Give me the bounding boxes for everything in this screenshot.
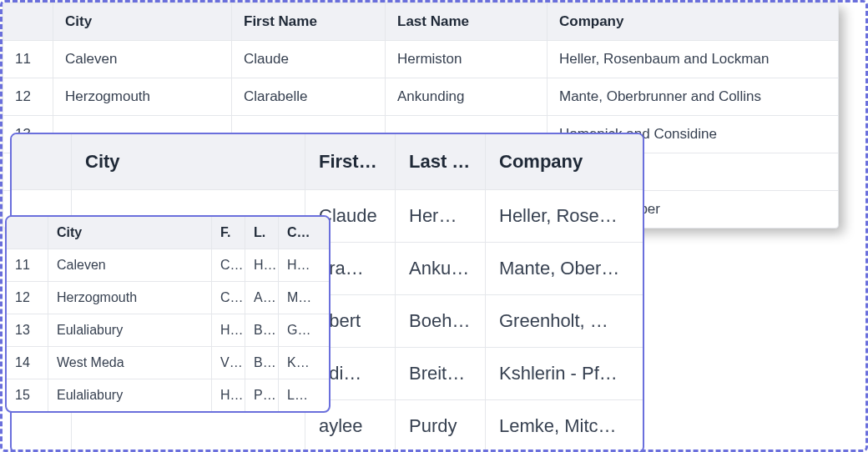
cell-last-name: Hermiston bbox=[386, 41, 548, 78]
cell-row-index: 12 bbox=[3, 78, 53, 115]
cell-first-name: C… bbox=[212, 282, 245, 314]
cell-last-name: H… bbox=[245, 249, 279, 281]
column-header-first-name[interactable]: First Name bbox=[232, 3, 386, 40]
column-header-city[interactable]: City bbox=[48, 217, 212, 249]
cell-last-name: B… bbox=[245, 347, 279, 379]
data-grid-small: City F. L. C… 11 Caleven C… H… H… 12 Her… bbox=[5, 215, 331, 413]
table-row[interactable]: 13 Eulaliabury H… B… G… bbox=[7, 314, 329, 347]
cell-company: Mante, Ober… bbox=[486, 243, 643, 294]
column-header-first-name[interactable]: First … bbox=[305, 134, 396, 189]
column-header-last-name[interactable]: Last Name bbox=[386, 3, 548, 40]
cell-last-name: Breit… bbox=[396, 348, 486, 399]
cell-last-name: Her… bbox=[396, 190, 486, 242]
column-header-company[interactable]: Company bbox=[548, 3, 838, 40]
table-row[interactable]: 12 Herzogmouth Clarabelle Ankunding Mant… bbox=[3, 78, 838, 116]
column-header-first-name[interactable]: F. bbox=[212, 217, 245, 249]
column-header-index[interactable] bbox=[12, 134, 72, 189]
column-header-index[interactable] bbox=[3, 3, 53, 40]
cell-company: Kshlerin - Pf… bbox=[486, 348, 643, 399]
table-header-row: City First … Last … Company bbox=[12, 134, 643, 190]
column-header-index[interactable] bbox=[7, 217, 48, 249]
cell-last-name: B… bbox=[245, 314, 279, 346]
cell-city: Caleven bbox=[53, 41, 232, 78]
table-row[interactable]: 14 West Meda V… B… K… bbox=[7, 347, 329, 379]
cell-last-name: Ankunding bbox=[386, 78, 548, 115]
cell-first-name: Clarabelle bbox=[232, 78, 386, 115]
cell-row-index: 15 bbox=[7, 379, 48, 411]
cell-company: L… bbox=[279, 379, 322, 411]
cell-company: Heller, Rosenbaum and Lockman bbox=[548, 41, 838, 78]
cell-last-name: Boeh… bbox=[396, 295, 486, 347]
cell-first-name: C… bbox=[212, 249, 245, 281]
column-header-company[interactable]: Company bbox=[486, 134, 643, 189]
cell-row-index: 13 bbox=[7, 314, 48, 346]
cell-first-name: Claude bbox=[232, 41, 386, 78]
cell-city: Herzogmouth bbox=[48, 282, 212, 314]
cell-last-name: Purdy bbox=[396, 400, 486, 452]
cell-row-index: 14 bbox=[7, 347, 48, 379]
column-header-last-name[interactable]: Last … bbox=[396, 134, 486, 189]
column-header-last-name[interactable]: L. bbox=[245, 217, 279, 249]
cell-first-name: H… bbox=[212, 379, 245, 411]
cell-city: Eulaliabury bbox=[48, 379, 212, 411]
cell-row-index: 11 bbox=[7, 249, 48, 281]
table-row[interactable]: 12 Herzogmouth C… A… M… bbox=[7, 282, 329, 314]
cell-company: Lemke, Mitc… bbox=[486, 400, 643, 452]
cell-company: Greenholt, … bbox=[486, 295, 643, 347]
cell-first-name: V… bbox=[212, 347, 245, 379]
cell-company: Mante, Oberbrunner and Collins bbox=[548, 78, 838, 115]
cell-last-name: Anku… bbox=[396, 243, 486, 294]
cell-row-index: 11 bbox=[3, 41, 53, 78]
table-row[interactable]: 11 Caleven C… H… H… bbox=[7, 249, 329, 282]
table-header-row: City First Name Last Name Company bbox=[3, 3, 838, 41]
table-row[interactable]: 11 Caleven Claude Hermiston Heller, Rose… bbox=[3, 41, 838, 78]
column-header-city[interactable]: City bbox=[72, 134, 305, 189]
cell-company: Heller, Rose… bbox=[486, 190, 643, 242]
cell-last-name: A… bbox=[245, 282, 279, 314]
cell-company: K… bbox=[279, 347, 322, 379]
column-header-company[interactable]: C… bbox=[279, 217, 322, 249]
cell-row-index: 12 bbox=[7, 282, 48, 314]
cell-city: Caleven bbox=[48, 249, 212, 281]
cell-company: M… bbox=[279, 282, 322, 314]
cell-city: Eulaliabury bbox=[48, 314, 212, 346]
cell-company: G… bbox=[279, 314, 322, 346]
cell-last-name: P… bbox=[245, 379, 279, 411]
cell-company: H… bbox=[279, 249, 322, 281]
column-header-city[interactable]: City bbox=[53, 3, 232, 40]
cell-city: Herzogmouth bbox=[53, 78, 232, 115]
table-row[interactable]: 15 Eulaliabury H… P… L… bbox=[7, 379, 329, 411]
cell-city: West Meda bbox=[48, 347, 212, 379]
cell-first-name: H… bbox=[212, 314, 245, 346]
table-header-row: City F. L. C… bbox=[7, 217, 329, 249]
